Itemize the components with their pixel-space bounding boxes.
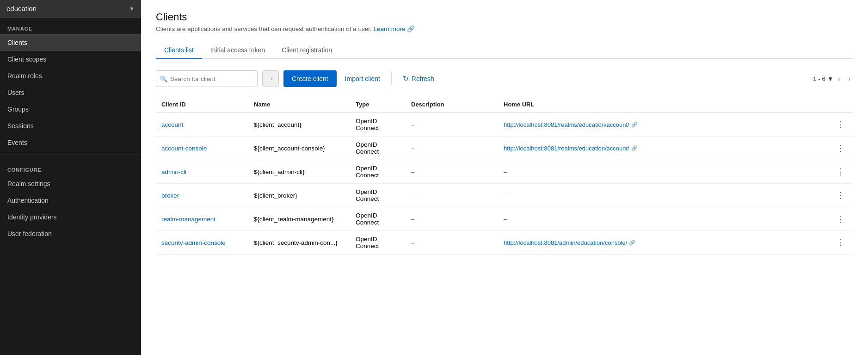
client-type-cell: OpenIDConnect — [350, 113, 406, 137]
users-label: Users — [7, 89, 25, 96]
url-dash: – — [504, 168, 507, 175]
client-name-cell: ${client_security-admin-con...} — [248, 231, 350, 255]
table-header-row: Client ID Name Type Description Home URL — [156, 96, 853, 113]
sessions-label: Sessions — [7, 122, 34, 130]
clients-table: Client ID Name Type Description Home URL… — [156, 96, 853, 255]
configure-section-label: Configure — [0, 159, 141, 175]
client-actions-cell: ⋮ — [828, 137, 853, 160]
sidebar-item-events[interactable]: Events — [0, 134, 141, 151]
client-description-cell: – — [406, 137, 498, 160]
client-description-cell: – — [406, 231, 498, 255]
client-description-cell: – — [406, 184, 498, 207]
table-row: admin-cli ${client_admin-cli} OpenIDConn… — [156, 160, 853, 184]
refresh-label: Refresh — [412, 75, 434, 82]
tab-client-registration[interactable]: Client registration — [273, 42, 340, 59]
client-id-link[interactable]: realm-management — [161, 216, 215, 223]
external-link-icon: 🔗 — [629, 240, 635, 246]
subtitle-text: Clients are applications and services th… — [156, 25, 372, 32]
client-actions-cell: ⋮ — [828, 207, 853, 231]
client-description-cell: – — [406, 160, 498, 184]
client-id-cell: account-console — [156, 137, 248, 160]
client-type-cell: OpenIDConnect — [350, 137, 406, 160]
search-input[interactable] — [170, 75, 253, 82]
home-url-link[interactable]: http://localhost:8081/realms/education/a… — [504, 121, 823, 128]
client-id-link[interactable]: security-admin-console — [161, 239, 226, 246]
sidebar-item-client-scopes[interactable]: Client scopes — [0, 51, 141, 68]
sidebar-section-manage: Manage Clients Client scopes Realm roles… — [0, 18, 141, 151]
client-id-link[interactable]: broker — [161, 192, 179, 199]
pagination-prev-button[interactable]: ‹ — [835, 74, 843, 84]
client-name-cell: ${client_account-console} — [248, 137, 350, 160]
client-type-cell: OpenIDConnect — [350, 184, 406, 207]
col-header-type: Type — [350, 96, 406, 113]
client-more-button[interactable]: ⋮ — [834, 118, 848, 131]
search-submit-button[interactable]: → — [262, 70, 279, 87]
client-url-cell: http://localhost:8081/admin/education/co… — [498, 231, 828, 255]
home-url-link[interactable]: http://localhost:8081/realms/education/a… — [504, 145, 823, 152]
pagination: 1 - 6 ▼ ‹ › — [813, 74, 853, 84]
main-content-area: Clients Clients are applications and ser… — [141, 0, 868, 355]
sidebar-item-groups[interactable]: Groups — [0, 101, 141, 118]
client-more-button[interactable]: ⋮ — [834, 189, 848, 201]
events-label: Events — [7, 139, 27, 146]
table-row: security-admin-console ${client_security… — [156, 231, 853, 255]
external-link-icon: 🔗 — [631, 145, 638, 151]
client-type-cell: OpenIDConnect — [350, 231, 406, 255]
client-actions-cell: ⋮ — [828, 184, 853, 207]
url-dash: – — [504, 192, 507, 199]
search-box: 🔍 — [156, 70, 258, 87]
tab-clients-list[interactable]: Clients list — [156, 42, 202, 59]
client-actions-cell: ⋮ — [828, 160, 853, 184]
client-id-cell: realm-management — [156, 207, 248, 231]
client-url-cell: – — [498, 207, 828, 231]
sidebar-item-realm-roles[interactable]: Realm roles — [0, 68, 141, 84]
client-more-button[interactable]: ⋮ — [834, 142, 848, 154]
client-id-link[interactable]: account — [161, 121, 183, 128]
sidebar-section-configure: Configure Realm settings Authentication … — [0, 159, 141, 242]
sidebar-item-clients[interactable]: Clients — [0, 34, 141, 51]
home-url-link[interactable]: http://localhost:8081/admin/education/co… — [504, 239, 823, 246]
sidebar-item-authentication[interactable]: Authentication — [0, 192, 141, 209]
chevron-down-icon: ▼ — [129, 6, 135, 12]
client-more-button[interactable]: ⋮ — [834, 213, 848, 225]
pagination-next-button[interactable]: › — [845, 74, 853, 84]
page-subtitle: Clients are applications and services th… — [156, 25, 853, 32]
pagination-info[interactable]: 1 - 6 ▼ — [813, 75, 833, 82]
client-name-cell: ${client_realm-management} — [248, 207, 350, 231]
url-dash: – — [504, 216, 507, 223]
learn-more-link[interactable]: Learn more 🔗 — [374, 25, 415, 32]
client-more-button[interactable]: ⋮ — [834, 166, 848, 178]
client-url-cell: – — [498, 160, 828, 184]
sidebar-item-identity-providers[interactable]: Identity providers — [0, 209, 141, 225]
client-id-cell: admin-cli — [156, 160, 248, 184]
pagination-chevron-icon: ▼ — [827, 75, 833, 82]
col-header-name: Name — [248, 96, 350, 113]
realm-settings-label: Realm settings — [7, 180, 50, 187]
refresh-button[interactable]: ↻ Refresh — [399, 70, 438, 87]
tab-initial-access-token[interactable]: Initial access token — [202, 42, 273, 59]
client-id-link[interactable]: admin-cli — [161, 168, 186, 175]
sidebar-item-sessions[interactable]: Sessions — [0, 118, 141, 134]
table-row: account ${client_account} OpenIDConnect … — [156, 113, 853, 137]
realm-name: education — [6, 5, 37, 12]
col-header-actions — [828, 96, 853, 113]
sidebar: education ▼ Manage Clients Client scopes… — [0, 0, 141, 355]
client-more-button[interactable]: ⋮ — [834, 237, 848, 249]
client-description-cell: – — [406, 207, 498, 231]
authentication-label: Authentication — [7, 197, 49, 204]
client-description-cell: – — [406, 113, 498, 137]
search-icon: 🔍 — [160, 75, 167, 82]
sidebar-item-users[interactable]: Users — [0, 84, 141, 101]
create-client-button[interactable]: Create client — [283, 70, 337, 87]
realm-selector[interactable]: education ▼ — [0, 0, 141, 18]
external-link-icon: 🔗 — [631, 122, 638, 128]
import-client-button[interactable]: Import client — [341, 70, 384, 87]
user-federation-label: User federation — [7, 230, 52, 237]
sidebar-item-user-federation[interactable]: User federation — [0, 225, 141, 242]
toolbar: 🔍 → Create client Import client ↻ Refres… — [156, 70, 853, 87]
client-id-link[interactable]: account-console — [161, 145, 207, 152]
clients-label: Clients — [7, 39, 27, 46]
identity-providers-label: Identity providers — [7, 213, 57, 221]
client-name-cell: ${client_account} — [248, 113, 350, 137]
sidebar-item-realm-settings[interactable]: Realm settings — [0, 175, 141, 192]
